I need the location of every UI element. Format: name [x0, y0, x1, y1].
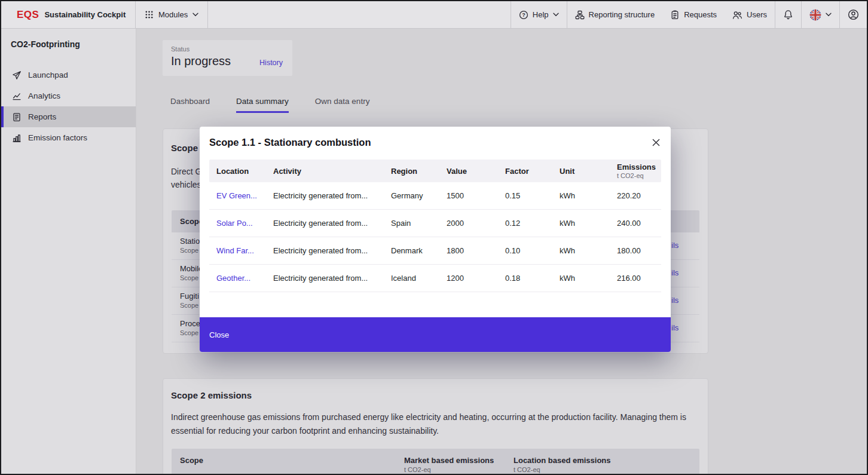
reporting-structure-label: Reporting structure — [589, 10, 655, 19]
chevron-down-icon — [826, 13, 832, 17]
close-icon — [652, 139, 660, 146]
region-cell: Germany — [384, 182, 439, 209]
region-cell: Spain — [384, 210, 439, 237]
users-label: Users — [747, 10, 767, 19]
grid-icon — [145, 10, 154, 19]
profile-menu[interactable] — [840, 1, 867, 28]
value-cell: 1800 — [439, 237, 498, 264]
col-value: Value — [439, 160, 498, 182]
svg-text:?: ? — [522, 12, 525, 18]
users-icon — [732, 10, 742, 20]
sidebar-item-analytics[interactable]: Analytics — [1, 85, 136, 106]
notifications-button[interactable] — [775, 1, 801, 28]
location-link[interactable]: Solar Po... — [209, 210, 266, 237]
scope2-col-scope: Scope — [180, 456, 404, 475]
emissions-cell: 180.00 — [610, 237, 661, 264]
chevron-down-icon — [192, 13, 198, 17]
scope2-col-location: Location based emissions t CO2-eq — [514, 456, 611, 475]
unit-cell: kWh — [552, 210, 610, 237]
modules-label: Modules — [158, 10, 188, 19]
unit-cell: kWh — [552, 265, 610, 292]
topbar: EQS Sustainability Cockpit Modules ? Hel… — [1, 1, 867, 29]
unit-cell: kWh — [552, 182, 610, 209]
factor-cell: 0.18 — [498, 265, 552, 292]
table-row: EV Green... Electricity generated from..… — [209, 182, 661, 210]
col-location: Location — [209, 160, 266, 182]
value-cell: 1200 — [439, 265, 498, 292]
status-card: Status In progress History — [163, 40, 292, 76]
modal-table-body: EV Green... Electricity generated from..… — [209, 182, 661, 292]
sidebar-item-label: Analytics — [28, 91, 60, 100]
scope2-col-market: Market based emissions t CO2-eq — [404, 456, 514, 475]
close-button-label: Close — [209, 330, 229, 339]
sidebar-section-title: CO2-Footprinting — [1, 39, 136, 49]
location-link[interactable]: Wind Far... — [209, 237, 266, 264]
activity-cell: Electricity generated from... — [266, 265, 384, 292]
history-link[interactable]: History — [259, 59, 283, 67]
status-value: In progress — [171, 54, 231, 68]
tab-dashboard[interactable]: Dashboard — [170, 97, 210, 113]
document-icon — [12, 112, 22, 122]
requests-link[interactable]: Requests — [662, 1, 725, 28]
emissions-cell: 220.20 — [610, 182, 661, 209]
activity-cell: Electricity generated from... — [266, 237, 384, 264]
brand-group: EQS Sustainability Cockpit — [1, 1, 135, 28]
modal-table: Location Activity Region Value Factor Un… — [209, 160, 661, 292]
region-cell: Iceland — [384, 265, 439, 292]
clipboard-icon — [670, 10, 680, 20]
help-menu[interactable]: ? Help — [511, 1, 567, 28]
users-link[interactable]: Users — [725, 1, 775, 28]
details-link[interactable]: ils — [671, 323, 678, 332]
tab-bar: Dashboard Data summary Own data entry — [170, 97, 369, 113]
emissions-cell: 216.00 — [610, 265, 661, 292]
factor-cell: 0.12 — [498, 210, 552, 237]
scope2-col-market-unit: t CO2-eq — [404, 466, 514, 473]
modules-menu[interactable]: Modules — [135, 1, 208, 28]
modal-close-button[interactable] — [649, 136, 662, 149]
details-link[interactable]: ils — [671, 296, 678, 305]
value-cell: 1500 — [439, 182, 498, 209]
details-link[interactable]: ils — [671, 241, 678, 250]
unit-cell: kWh — [552, 237, 610, 264]
sidebar-item-emission-factors[interactable]: Emission factors — [1, 127, 136, 148]
bell-icon — [783, 10, 793, 20]
sidebar-nav: Launchpad Analytics Reports Emission fac… — [1, 65, 136, 148]
col-region: Region — [384, 160, 439, 182]
table-row: Solar Po... Electricity generated from..… — [209, 210, 661, 237]
scope-detail-modal: Scope 1.1 - Stationary combustion Locati… — [200, 127, 671, 352]
topbar-right: ? Help Reporting structure Requests — [511, 1, 867, 28]
details-link[interactable]: ils — [671, 268, 678, 277]
sidebar-item-reports[interactable]: Reports — [1, 106, 136, 127]
line-chart-icon — [12, 91, 22, 101]
scope2-card: Scope 2 emissions Indirect greenhouse ga… — [163, 378, 708, 475]
tab-own-data-entry[interactable]: Own data entry — [315, 97, 370, 113]
col-activity: Activity — [266, 160, 384, 182]
location-link[interactable]: Geother... — [209, 265, 266, 292]
chevron-down-icon — [553, 13, 559, 17]
close-button[interactable]: Close — [200, 317, 671, 352]
app-window: EQS Sustainability Cockpit Modules ? Hel… — [0, 0, 868, 475]
activity-cell: Electricity generated from... — [266, 210, 384, 237]
reporting-structure-link[interactable]: Reporting structure — [567, 1, 663, 28]
sidebar-item-launchpad[interactable]: Launchpad — [1, 65, 136, 85]
sidebar: CO2-Footprinting Launchpad Analytics Rep… — [1, 29, 136, 474]
tab-data-summary[interactable]: Data summary — [236, 97, 289, 113]
scope2-col-market-label: Market based emissions — [404, 456, 494, 465]
sidebar-item-label: Reports — [28, 112, 56, 121]
emissions-cell: 240.00 — [610, 210, 661, 237]
scope2-description: Indirect greenhouse gas emissions from p… — [171, 410, 707, 438]
col-emissions: Emissions t CO2-eq — [610, 160, 661, 182]
help-icon: ? — [519, 10, 528, 20]
modal-table-header-row: Location Activity Region Value Factor Un… — [209, 160, 661, 182]
language-menu[interactable] — [802, 1, 839, 28]
uk-flag-icon — [809, 9, 821, 21]
scope2-title: Scope 2 emissions — [171, 390, 252, 400]
location-link[interactable]: EV Green... — [209, 182, 266, 209]
hierarchy-icon — [575, 10, 585, 20]
region-cell: Denmark — [384, 237, 439, 264]
table-row: Wind Far... Electricity generated from..… — [209, 237, 661, 265]
scope2-col-location-unit: t CO2-eq — [514, 466, 611, 473]
activity-cell: Electricity generated from... — [266, 182, 384, 209]
scope2-table-header: Scope Market based emissions t CO2-eq Lo… — [172, 449, 699, 475]
col-unit: Unit — [552, 160, 610, 182]
